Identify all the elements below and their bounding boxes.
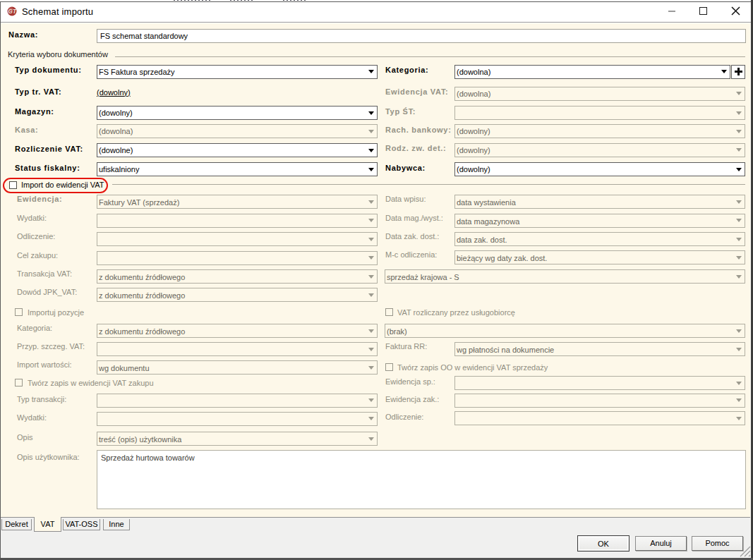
svg-text:GT: GT (8, 8, 17, 15)
